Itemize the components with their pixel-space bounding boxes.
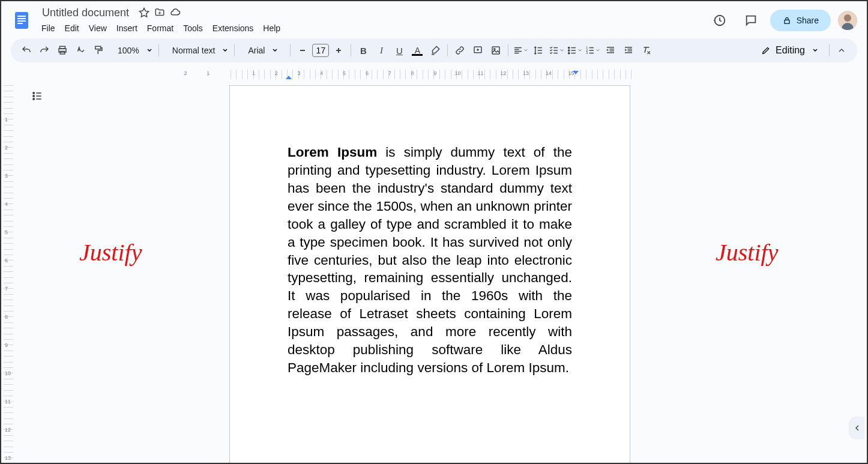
body-text: is simply dummy text of the printing and… <box>288 145 572 375</box>
chevron-down-icon <box>523 48 528 53</box>
vertical-ruler[interactable]: 12345678910111213 <box>4 85 13 463</box>
chevron-down-icon <box>812 47 818 53</box>
annotation-left: Justify <box>79 238 142 267</box>
pencil-icon <box>761 46 771 55</box>
avatar[interactable] <box>838 11 857 30</box>
redo-button[interactable] <box>36 42 53 59</box>
svg-rect-13 <box>95 46 101 49</box>
decrease-indent-button[interactable] <box>602 42 619 59</box>
horizontal-ruler[interactable]: 21123456789101112131415 <box>19 70 857 79</box>
menu-view[interactable]: View <box>85 21 111 35</box>
outline-toggle-button[interactable] <box>28 86 47 106</box>
comments-icon[interactable] <box>739 8 763 32</box>
chevron-down-icon <box>559 48 564 53</box>
increase-indent-button[interactable] <box>620 42 637 59</box>
menu-extensions[interactable]: Extensions <box>208 21 258 35</box>
svg-point-25 <box>33 98 35 100</box>
menu-bar: File Edit View Insert Format Tools Exten… <box>37 21 708 35</box>
undo-button[interactable] <box>18 42 35 59</box>
menu-edit[interactable]: Edit <box>61 21 83 35</box>
header: Untitled document File Edit View Insert … <box>1 1 867 35</box>
document-body[interactable]: Lorem Ipsum is simply dummy text of the … <box>288 143 572 377</box>
svg-point-8 <box>844 14 851 22</box>
chevron-down-icon <box>222 47 228 53</box>
svg-rect-3 <box>17 20 26 22</box>
font-size-decrease[interactable] <box>294 42 311 59</box>
chevron-down-icon <box>146 47 152 53</box>
bulleted-list-button[interactable] <box>566 42 583 59</box>
bold-text: Lorem Ipsum <box>288 145 377 160</box>
insert-link-button[interactable] <box>451 42 468 59</box>
svg-point-23 <box>33 92 35 94</box>
svg-rect-15 <box>492 47 499 54</box>
move-icon[interactable] <box>154 7 165 18</box>
align-button[interactable] <box>512 42 529 59</box>
spellcheck-button[interactable] <box>72 42 89 59</box>
document-area: Lorem Ipsum is simply dummy text of the … <box>13 79 867 463</box>
highlight-color-button[interactable] <box>427 42 444 59</box>
svg-point-18 <box>568 50 570 51</box>
collapse-toolbar-button[interactable] <box>833 42 850 59</box>
menu-tools[interactable]: Tools <box>179 21 207 35</box>
font-size-input[interactable] <box>312 44 329 57</box>
line-spacing-button[interactable] <box>530 42 547 59</box>
star-icon[interactable] <box>139 7 149 18</box>
share-button[interactable]: Share <box>770 10 831 31</box>
version-history-icon[interactable] <box>708 8 732 32</box>
menu-help[interactable]: Help <box>259 21 285 35</box>
clear-formatting-button[interactable] <box>638 42 655 59</box>
editing-mode-button[interactable]: Editing <box>754 42 823 59</box>
text-color-button[interactable]: A <box>409 42 426 59</box>
svg-rect-4 <box>17 23 23 24</box>
checklist-button[interactable] <box>548 42 565 59</box>
page[interactable]: Lorem Ipsum is simply dummy text of the … <box>229 85 630 463</box>
svg-point-17 <box>568 47 570 48</box>
svg-point-19 <box>568 52 570 53</box>
svg-rect-1 <box>17 16 26 17</box>
paragraph-style-value: Normal text <box>167 46 220 55</box>
lock-icon <box>782 16 792 25</box>
annotation-right: Justify <box>716 238 778 267</box>
chevron-down-icon <box>577 48 582 53</box>
menu-insert[interactable]: Insert <box>112 21 142 35</box>
editing-mode-label: Editing <box>776 45 805 56</box>
document-title[interactable]: Untitled document <box>37 5 134 20</box>
toolbar: 100% Normal text Arial B I U A <box>1 38 867 62</box>
docs-logo[interactable] <box>11 10 32 31</box>
svg-point-16 <box>494 49 495 50</box>
menu-file[interactable]: File <box>37 21 59 35</box>
title-area: Untitled document File Edit View Insert … <box>37 5 708 35</box>
zoom-dropdown[interactable]: 100% <box>108 42 155 59</box>
chevron-down-icon <box>595 48 600 53</box>
font-dropdown[interactable]: Arial <box>238 42 286 59</box>
chevron-down-icon <box>272 47 278 53</box>
menu-format[interactable]: Format <box>143 21 178 35</box>
cloud-status-icon[interactable] <box>170 7 181 18</box>
numbered-list-button[interactable]: 123 <box>584 42 601 59</box>
right-indent-marker[interactable] <box>573 71 579 74</box>
side-panel-toggle[interactable] <box>850 417 864 439</box>
italic-button[interactable]: I <box>373 42 390 59</box>
print-button[interactable] <box>54 42 71 59</box>
paragraph-style-dropdown[interactable]: Normal text <box>163 42 231 59</box>
svg-point-24 <box>33 95 35 97</box>
insert-image-button[interactable] <box>487 42 504 59</box>
svg-text:3: 3 <box>586 51 588 55</box>
underline-button[interactable]: U <box>391 42 408 59</box>
svg-rect-6 <box>785 20 789 23</box>
bold-button[interactable]: B <box>355 42 372 59</box>
zoom-value: 100% <box>113 46 144 55</box>
font-size-increase[interactable] <box>330 42 347 59</box>
svg-rect-2 <box>17 18 26 19</box>
add-comment-button[interactable] <box>469 42 486 59</box>
share-label: Share <box>797 16 819 25</box>
paint-format-button[interactable] <box>90 42 107 59</box>
font-value: Arial <box>243 46 270 55</box>
